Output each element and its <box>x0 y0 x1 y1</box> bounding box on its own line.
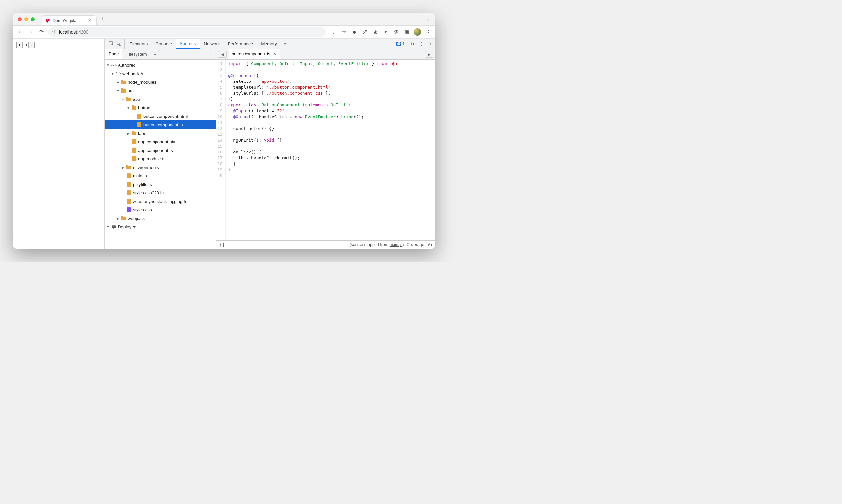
close-devtools-icon[interactable]: ✕ <box>428 41 433 47</box>
toggle-navigator-icon[interactable]: ◀ <box>218 51 227 58</box>
tree-item[interactable]: ▼</>Authored <box>105 61 216 69</box>
tree-item-label: app.component.ts <box>138 148 173 153</box>
navigator-tabs: PageFilesystem » ⋮ <box>105 49 216 59</box>
more-nav-tabs-icon[interactable]: » <box>151 52 158 57</box>
extension-icon-1[interactable]: ☻ <box>351 29 358 35</box>
devtools-tab-performance[interactable]: Performance <box>224 39 257 49</box>
file-icon <box>132 140 136 144</box>
tree-item[interactable]: ▼src <box>105 86 216 95</box>
editor-tab-label: button.component.ts <box>232 51 270 56</box>
file-icon <box>127 199 131 204</box>
devtools-tab-network[interactable]: Network <box>200 39 224 49</box>
minimize-window-button[interactable] <box>24 17 28 21</box>
new-tab-button[interactable]: + <box>101 16 104 22</box>
tree-item[interactable]: ▶environments <box>105 163 216 172</box>
forward-button[interactable]: → <box>28 29 34 35</box>
svg-rect-2 <box>120 43 121 46</box>
back-button[interactable]: ← <box>17 29 23 35</box>
authored-icon: </> <box>110 63 117 68</box>
disclosure-arrow-icon[interactable]: ▼ <box>111 72 114 76</box>
tree-item-label: button.component.html <box>143 114 187 119</box>
close-window-button[interactable] <box>18 17 22 21</box>
tabs-dropdown-icon[interactable]: ⌄ <box>425 15 431 23</box>
tree-item[interactable]: ▶label <box>105 129 216 138</box>
editor-tab[interactable]: button.component.ts ✕ <box>229 49 280 59</box>
nav-menu-icon[interactable]: ⋮ <box>206 52 216 57</box>
kebab-menu-icon[interactable]: ⋮ <box>418 41 424 47</box>
url-host: localhost <box>59 30 77 35</box>
code-content[interactable]: import { Component, OnInit, Input, Outpu… <box>226 59 435 240</box>
browser-tab[interactable]: DemoAngular ✕ <box>42 15 96 25</box>
file-tree[interactable]: ▼</>Authored▼webpack://▶node_modules▼src… <box>105 59 216 249</box>
counter-value: 0 <box>23 42 29 48</box>
tree-item[interactable]: zone-async-stack-tagging.ts <box>105 197 216 205</box>
disclosure-arrow-icon[interactable]: ▶ <box>126 131 130 135</box>
devtools-panel: ElementsConsoleSourcesNetworkPerformance… <box>105 39 435 249</box>
issues-button[interactable]: 💬 1 <box>394 41 407 47</box>
disclosure-arrow-icon[interactable]: ▼ <box>126 106 130 110</box>
tree-item[interactable]: ▼webpack:// <box>105 69 216 78</box>
tree-item[interactable]: app.component.ts <box>105 146 216 155</box>
code-editor[interactable]: 1234567891011121314151617181920 import {… <box>216 59 435 240</box>
disclosure-arrow-icon[interactable]: ▼ <box>106 64 110 67</box>
devtools-tab-memory[interactable]: Memory <box>257 39 281 49</box>
tree-item[interactable]: ▶node_modules <box>105 78 216 86</box>
editor-pane: ◀ button.component.ts ✕ ▶ 12345678910111… <box>216 49 435 249</box>
tree-item[interactable]: app.module.ts <box>105 155 216 163</box>
maximize-window-button[interactable] <box>31 17 35 21</box>
address-bar[interactable]: ⓘ localhost:4200 <box>49 28 326 37</box>
settings-icon[interactable]: ⚙ <box>409 41 415 47</box>
tree-item[interactable]: ▼Deployed <box>105 222 216 231</box>
tree-item[interactable]: ▶webpack <box>105 214 216 222</box>
devtools-tab-console[interactable]: Console <box>151 39 176 49</box>
devtools-tab-sources[interactable]: Sources <box>176 39 200 49</box>
inspect-element-icon[interactable] <box>109 41 114 47</box>
more-tabs-icon[interactable]: » <box>282 41 289 46</box>
source-mapped-text: (source mapped from main.js) <box>349 242 404 247</box>
bookmark-icon[interactable]: ☆ <box>340 29 347 35</box>
labs-icon[interactable]: ⚗ <box>393 29 399 35</box>
tree-item[interactable]: polyfills.ts <box>105 180 216 188</box>
disclosure-arrow-icon[interactable]: ▶ <box>121 166 125 169</box>
side-panel-icon[interactable]: ▣ <box>403 29 410 35</box>
cloud-icon <box>115 72 121 75</box>
devtools-tab-elements[interactable]: Elements <box>125 39 151 49</box>
toggle-debugger-icon[interactable]: ▶ <box>425 51 433 58</box>
angular-icon <box>46 18 50 23</box>
folder-icon <box>126 166 131 169</box>
menu-icon[interactable]: ⋮ <box>425 29 431 35</box>
share-icon[interactable]: ⇪ <box>330 29 337 35</box>
extensions-puzzle-icon[interactable]: ✦ <box>382 29 389 35</box>
tree-item[interactable]: button.component.ts <box>105 121 216 129</box>
close-tab-icon[interactable]: ✕ <box>88 18 92 23</box>
reload-button[interactable]: ⟳ <box>38 29 44 35</box>
device-toolbar-icon[interactable] <box>117 41 122 47</box>
profile-avatar[interactable] <box>414 29 421 36</box>
site-info-icon[interactable]: ⓘ <box>52 29 56 35</box>
close-editor-tab-icon[interactable]: ✕ <box>273 51 276 56</box>
tree-item[interactable]: button.component.html <box>105 112 216 121</box>
source-map-link[interactable]: main.js <box>390 242 403 247</box>
navigator-tab-filesystem[interactable]: Filesystem <box>122 49 150 59</box>
tree-item[interactable]: styles.css?231c <box>105 188 216 197</box>
tree-item[interactable]: ▼button <box>105 104 216 112</box>
pretty-print-icon[interactable]: {} <box>219 242 225 248</box>
tree-item[interactable]: ▼app <box>105 95 216 104</box>
tree-item[interactable]: app.component.html <box>105 138 216 146</box>
disclosure-arrow-icon[interactable]: ▶ <box>116 80 120 84</box>
disclosure-arrow-icon[interactable]: ▼ <box>121 97 125 101</box>
navigator-tab-page[interactable]: Page <box>105 49 122 59</box>
disclosure-arrow-icon[interactable]: ▶ <box>116 217 120 220</box>
decrement-button[interactable]: - <box>29 42 34 48</box>
disclosure-arrow-icon[interactable]: ▼ <box>106 225 110 229</box>
extension-icon-2[interactable]: ☍ <box>361 29 368 35</box>
editor-tabbar: ◀ button.component.ts ✕ ▶ <box>216 49 435 59</box>
increment-button[interactable]: + <box>17 42 23 48</box>
extension-icon-3[interactable]: ◉ <box>372 29 378 35</box>
disclosure-arrow-icon[interactable]: ▼ <box>116 89 120 93</box>
tree-item-label: app <box>133 97 140 102</box>
folder-icon <box>131 131 136 135</box>
tree-item[interactable]: styles.css <box>105 205 216 214</box>
tree-item[interactable]: main.ts <box>105 172 216 180</box>
page-viewport: + 0 - <box>13 39 105 249</box>
